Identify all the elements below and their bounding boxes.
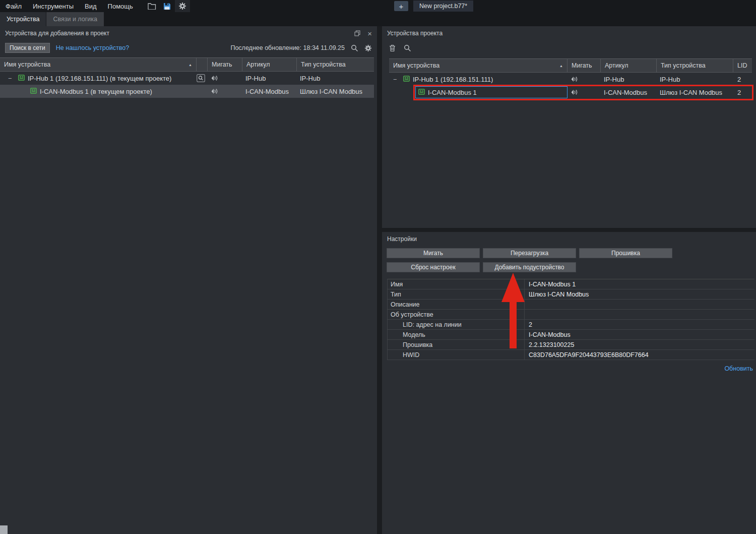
menu-bar: Файл Инструменты Вид Помощь bbox=[0, 0, 756, 12]
reset-settings-button[interactable]: Сброс настроек bbox=[387, 262, 480, 272]
device-name-label: IP-Hub 1 (192.168.151.111) bbox=[413, 76, 493, 83]
main-content: Устройства для добавления в проект × Пои… bbox=[0, 26, 756, 534]
gear-icon[interactable] bbox=[364, 44, 372, 52]
gear-icon[interactable] bbox=[175, 0, 190, 12]
device-articul: I-CAN-Modbus bbox=[242, 85, 297, 98]
collapse-expander[interactable]: − bbox=[8, 75, 15, 82]
left-panel-toolbar: Поиск в сети Не нашлось устройство? Посл… bbox=[0, 40, 377, 55]
column-header-actions[interactable] bbox=[197, 58, 208, 71]
right-column: Устройства проекта Имя устройства ▲ Мига… bbox=[382, 26, 756, 534]
menu-tools[interactable]: Инструменты bbox=[27, 1, 79, 12]
project-devices-table: Имя устройства ▲ Мигать Артикул Тип устр… bbox=[389, 58, 752, 99]
search-network-button[interactable]: Поиск в сети bbox=[5, 43, 50, 53]
boxed-search-icon[interactable] bbox=[197, 72, 208, 85]
menu-view[interactable]: Вид bbox=[79, 1, 102, 12]
empty-cell bbox=[197, 85, 208, 98]
property-value: C83D76A5DFA9F20443793E6B80DF7664 bbox=[525, 350, 754, 360]
trash-icon[interactable] bbox=[389, 44, 396, 52]
project-panel-title: Устройства проекта bbox=[387, 30, 443, 37]
blink-sound-icon[interactable] bbox=[568, 86, 601, 99]
device-articul: IP-Hub bbox=[242, 72, 297, 85]
last-update-label: Последнее обновление: 18:34 11.09.25 bbox=[230, 44, 345, 51]
property-group-row: Об устройстве bbox=[388, 310, 754, 320]
device-module-icon bbox=[18, 75, 25, 82]
property-label: Модель bbox=[388, 330, 525, 339]
project-panel-toolbar bbox=[382, 40, 756, 55]
refresh-link[interactable]: Обновить bbox=[382, 365, 753, 372]
device-module-icon bbox=[30, 88, 37, 95]
table-row[interactable]: I-CAN-Modbus 1 (в текущем проекте) I-CAN… bbox=[0, 85, 374, 98]
float-panel-icon[interactable] bbox=[354, 30, 360, 36]
project-panel-titlebar: Устройства проекта bbox=[382, 26, 756, 40]
vertical-splitter[interactable] bbox=[377, 26, 382, 534]
property-value: 2.2.1323100225 bbox=[525, 340, 754, 349]
column-header-name[interactable]: Имя устройства ▲ bbox=[389, 59, 568, 72]
column-header-blink[interactable]: Мигать bbox=[568, 59, 601, 72]
column-header-articul[interactable]: Артикул bbox=[242, 58, 297, 71]
new-project-tab-button[interactable]: + bbox=[394, 1, 408, 11]
device-articul: IP-Hub bbox=[601, 73, 657, 86]
reboot-button[interactable]: Перезагрузка bbox=[483, 248, 576, 258]
device-name-cell: I-CAN-Modbus 1 bbox=[389, 86, 568, 99]
column-header-type[interactable]: Тип устройства bbox=[297, 58, 374, 71]
project-tab-bar: + New project.b77* bbox=[394, 1, 473, 12]
left-panel-title-icons: × bbox=[354, 30, 372, 37]
table-row[interactable]: − IP-Hub 1 (192.168.151.111) IP-Hub IP-H… bbox=[389, 73, 752, 86]
save-icon[interactable] bbox=[160, 0, 175, 12]
property-row: LID: адрес на линии 2 bbox=[388, 320, 754, 330]
search-icon[interactable] bbox=[351, 44, 358, 52]
column-header-blink[interactable]: Мигать bbox=[208, 58, 242, 71]
property-label: Описание bbox=[388, 300, 525, 309]
collapse-expander[interactable]: − bbox=[393, 76, 400, 83]
tab-devices[interactable]: Устройства bbox=[0, 12, 46, 26]
device-type: IP-Hub bbox=[297, 72, 374, 85]
folder-open-icon[interactable] bbox=[145, 0, 160, 12]
property-label: LID: адрес на линии bbox=[388, 320, 525, 329]
property-value[interactable] bbox=[525, 300, 754, 309]
property-value: I-CAN-Modbus bbox=[525, 330, 754, 339]
device-module-icon bbox=[403, 76, 410, 83]
blink-button[interactable]: Мигать bbox=[387, 248, 480, 258]
blink-sound-icon[interactable] bbox=[208, 85, 242, 98]
search-icon[interactable] bbox=[404, 44, 411, 52]
menu-file[interactable]: Файл bbox=[0, 1, 27, 12]
horizontal-splitter[interactable] bbox=[382, 228, 756, 232]
panel-settings: Настройки Мигать Перезагрузка Прошивка С… bbox=[382, 232, 756, 534]
property-label: HWID bbox=[388, 350, 525, 360]
blink-sound-icon[interactable] bbox=[568, 73, 601, 86]
device-name-label: I-CAN-Modbus 1 (в текущем проекте) bbox=[40, 88, 152, 95]
menu-help[interactable]: Помощь bbox=[102, 1, 139, 12]
property-row: Имя I-CAN-Modbus 1 bbox=[388, 279, 754, 289]
property-label: Тип bbox=[388, 289, 525, 299]
firmware-button[interactable]: Прошивка bbox=[579, 248, 672, 258]
table-header: Имя устройства ▲ Мигать Артикул Тип устр… bbox=[389, 58, 752, 73]
left-panel-title: Устройства для добавления в проект bbox=[5, 30, 109, 37]
panel-devices-to-add: Устройства для добавления в проект × Пои… bbox=[0, 26, 377, 534]
property-value[interactable]: Шлюз I-CAN Modbus bbox=[525, 289, 754, 299]
column-header-lid[interactable]: LID bbox=[733, 59, 752, 72]
device-name-cell: I-CAN-Modbus 1 (в текущем проекте) bbox=[0, 85, 197, 98]
table-header: Имя устройства ▲ Мигать Артикул Тип устр… bbox=[0, 57, 374, 72]
property-label: Прошивка bbox=[388, 340, 525, 349]
property-row: HWID C83D76A5DFA9F20443793E6B80DF7664 bbox=[388, 350, 754, 360]
device-name-label: IP-Hub 1 (192.168.151.111) (в текущем пр… bbox=[28, 75, 171, 82]
project-tab[interactable]: New project.b77* bbox=[413, 1, 473, 12]
window-resize-grip[interactable] bbox=[0, 525, 8, 534]
property-value[interactable]: I-CAN-Modbus 1 bbox=[525, 279, 754, 289]
close-panel-icon[interactable]: × bbox=[367, 30, 372, 37]
property-label: Об устройстве bbox=[388, 310, 525, 319]
column-header-type[interactable]: Тип устройства bbox=[657, 59, 733, 72]
blink-sound-icon[interactable] bbox=[208, 72, 242, 85]
column-header-name[interactable]: Имя устройства ▲ bbox=[0, 58, 197, 71]
tab-links-logic[interactable]: Связи и логика bbox=[46, 12, 104, 26]
device-not-found-link[interactable]: Не нашлось устройство? bbox=[56, 44, 129, 51]
table-row[interactable]: − IP-Hub 1 (192.168.151.111) (в текущем … bbox=[0, 72, 374, 85]
device-type: IP-Hub bbox=[657, 73, 733, 86]
device-articul: I-CAN-Modbus bbox=[601, 86, 657, 99]
add-subdevice-button[interactable]: Добавить подустройство bbox=[483, 262, 576, 272]
column-header-articul[interactable]: Артикул bbox=[601, 59, 657, 72]
settings-titlebar: Настройки bbox=[382, 232, 756, 246]
table-row-selected[interactable]: I-CAN-Modbus 1 I-CAN-Modbus Шлюз I-CAN M… bbox=[389, 86, 752, 99]
selected-name-cell[interactable]: I-CAN-Modbus 1 bbox=[415, 86, 568, 98]
property-row: Тип Шлюз I-CAN Modbus bbox=[388, 289, 754, 300]
